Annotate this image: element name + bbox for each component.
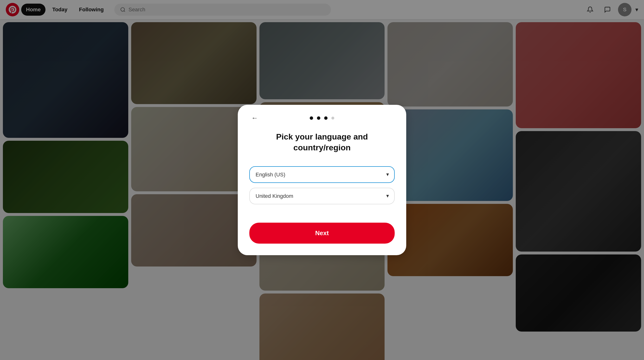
progress-dots <box>310 116 334 120</box>
next-button[interactable]: Next <box>249 223 395 244</box>
progress-dot-2 <box>317 116 320 120</box>
progress-dot-4 <box>332 117 334 119</box>
modal-title: Pick your language and country/region <box>249 131 395 152</box>
modal-header: ← <box>249 116 395 120</box>
country-select-wrapper: United States United Kingdom Canada Aust… <box>249 188 395 204</box>
language-region-modal: ← Pick your language and country/region … <box>238 105 406 255</box>
language-select[interactable]: English (US) English (UK) Español França… <box>249 166 395 183</box>
country-select[interactable]: United States United Kingdom Canada Aust… <box>249 188 395 204</box>
back-button[interactable]: ← <box>249 112 260 124</box>
progress-dot-1 <box>310 116 313 120</box>
progress-dot-3 <box>324 116 328 120</box>
language-select-wrapper: English (US) English (UK) Español França… <box>249 166 395 183</box>
modal-overlay: ← Pick your language and country/region … <box>0 0 644 360</box>
